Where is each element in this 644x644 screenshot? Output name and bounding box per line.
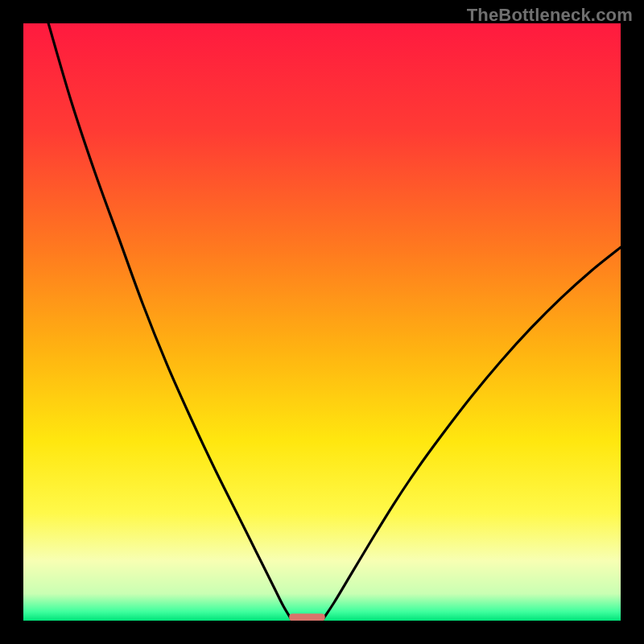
watermark-text: TheBottleneck.com (467, 5, 633, 26)
plot-area (23, 23, 621, 621)
curves-layer (23, 23, 621, 621)
chart-frame: TheBottleneck.com (0, 0, 644, 644)
bottleneck-marker (289, 613, 325, 621)
left-curve (48, 23, 292, 621)
right-curve (322, 247, 621, 621)
